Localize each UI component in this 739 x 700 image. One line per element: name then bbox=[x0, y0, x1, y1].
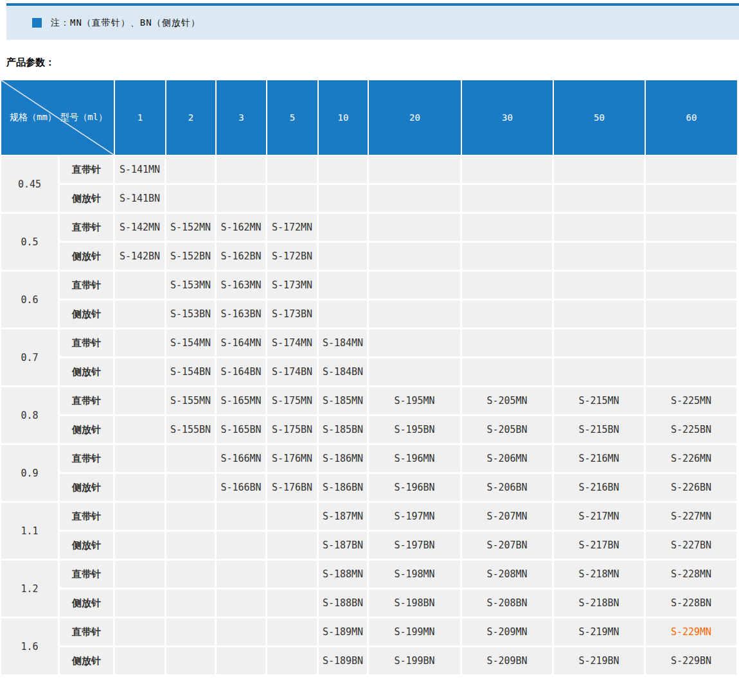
empty-cell bbox=[462, 214, 554, 243]
section-title: 产品参数： bbox=[6, 57, 739, 69]
table-row-0.7-mn: 0.7直带针S-154MNS-164MNS-174MNS-184MN bbox=[1, 329, 738, 358]
model-cell-S-218BN: S-218BN bbox=[554, 590, 646, 618]
empty-cell bbox=[166, 532, 217, 561]
model-cell-S-175BN: S-175BN bbox=[267, 416, 319, 445]
empty-cell bbox=[319, 272, 369, 301]
model-cell-S-215MN: S-215MN bbox=[554, 387, 646, 416]
column-header-10ml: 10 bbox=[319, 80, 369, 156]
type-cell-0.9-mn: 直带针 bbox=[60, 445, 115, 474]
model-cell-S-176BN: S-176BN bbox=[267, 474, 319, 503]
empty-cell bbox=[115, 647, 166, 676]
empty-cell bbox=[462, 272, 554, 301]
model-cell-S-228BN: S-228BN bbox=[646, 590, 738, 618]
model-link-highlighted-S-229MN[interactable]: S-229MN bbox=[646, 618, 738, 647]
empty-cell bbox=[554, 243, 646, 272]
column-header-30ml: 30 bbox=[462, 80, 554, 156]
table-row-1.6-mn: 1.6直带针S-189MNS-199MNS-209MNS-219MNS-229M… bbox=[1, 618, 738, 647]
model-cell-S-184MN: S-184MN bbox=[319, 329, 369, 358]
empty-cell bbox=[166, 474, 217, 503]
model-cell-S-207MN: S-207MN bbox=[462, 503, 554, 532]
model-cell-S-196MN: S-196MN bbox=[369, 445, 462, 474]
type-cell-1.2-mn: 直带针 bbox=[60, 561, 115, 590]
table-row-0.5-bn: 侧放针S-142BNS-152BNS-162BNS-172BN bbox=[1, 243, 738, 272]
model-cell-S-174MN: S-174MN bbox=[267, 329, 319, 358]
model-cell-S-197BN: S-197BN bbox=[369, 532, 462, 561]
empty-cell bbox=[115, 329, 166, 358]
note-bullet-icon bbox=[32, 18, 42, 28]
table-row-0.6-bn: 侧放针S-153BNS-163BNS-173BN bbox=[1, 301, 738, 329]
empty-cell bbox=[369, 156, 462, 185]
empty-cell bbox=[554, 185, 646, 214]
model-cell-S-162MN: S-162MN bbox=[217, 214, 267, 243]
model-cell-S-165MN: S-165MN bbox=[217, 387, 267, 416]
empty-cell bbox=[267, 532, 319, 561]
model-cell-S-217MN: S-217MN bbox=[554, 503, 646, 532]
model-cell-S-152BN: S-152BN bbox=[166, 243, 217, 272]
column-header-3ml: 3 bbox=[217, 80, 267, 156]
model-cell-S-166MN: S-166MN bbox=[217, 445, 267, 474]
table-row-0.5-mn: 0.5直带针S-142MNS-152MNS-162MNS-172MN bbox=[1, 214, 738, 243]
model-cell-S-206BN: S-206BN bbox=[462, 474, 554, 503]
type-cell-0.6-mn: 直带针 bbox=[60, 272, 115, 301]
model-cell-S-141BN: S-141BN bbox=[115, 185, 166, 214]
table-header-row: 规格（mm） 型号（ml） 12351020305060 bbox=[1, 80, 738, 156]
model-cell-S-208BN: S-208BN bbox=[462, 590, 554, 618]
model-cell-S-166BN: S-166BN bbox=[217, 474, 267, 503]
empty-cell bbox=[115, 618, 166, 647]
empty-cell bbox=[646, 156, 738, 185]
model-cell-S-164BN: S-164BN bbox=[217, 358, 267, 387]
model-cell-S-205BN: S-205BN bbox=[462, 416, 554, 445]
model-cell-S-153BN: S-153BN bbox=[166, 301, 217, 329]
empty-cell bbox=[462, 329, 554, 358]
model-cell-S-188BN: S-188BN bbox=[319, 590, 369, 618]
model-cell-S-187MN: S-187MN bbox=[319, 503, 369, 532]
table-row-0.8-bn: 侧放针S-155BNS-165BNS-175BNS-185BNS-195BNS-… bbox=[1, 416, 738, 445]
spec-cell-1.2: 1.2 bbox=[1, 561, 60, 618]
empty-cell bbox=[115, 532, 166, 561]
model-cell-S-219BN: S-219BN bbox=[554, 647, 646, 676]
empty-cell bbox=[115, 416, 166, 445]
model-cell-S-175MN: S-175MN bbox=[267, 387, 319, 416]
column-header-60ml: 60 bbox=[646, 80, 738, 156]
model-cell-S-228MN: S-228MN bbox=[646, 561, 738, 590]
empty-cell bbox=[115, 387, 166, 416]
model-cell-S-197MN: S-197MN bbox=[369, 503, 462, 532]
empty-cell bbox=[319, 156, 369, 185]
type-cell-0.8-mn: 直带针 bbox=[60, 387, 115, 416]
empty-cell bbox=[115, 358, 166, 387]
model-cell-S-218MN: S-218MN bbox=[554, 561, 646, 590]
empty-cell bbox=[646, 243, 738, 272]
spec-cell-1.6: 1.6 bbox=[1, 618, 60, 676]
empty-cell bbox=[554, 214, 646, 243]
empty-cell bbox=[115, 503, 166, 532]
model-cell-S-186BN: S-186BN bbox=[319, 474, 369, 503]
column-header-1ml: 1 bbox=[115, 80, 166, 156]
empty-cell bbox=[115, 301, 166, 329]
model-cell-S-219MN: S-219MN bbox=[554, 618, 646, 647]
column-header-5ml: 5 bbox=[267, 80, 319, 156]
model-cell-S-163MN: S-163MN bbox=[217, 272, 267, 301]
model-cell-S-226MN: S-226MN bbox=[646, 445, 738, 474]
model-cell-S-216MN: S-216MN bbox=[554, 445, 646, 474]
model-cell-S-173MN: S-173MN bbox=[267, 272, 319, 301]
empty-cell bbox=[319, 243, 369, 272]
model-cell-S-152MN: S-152MN bbox=[166, 214, 217, 243]
model-cell-S-176MN: S-176MN bbox=[267, 445, 319, 474]
model-cell-S-198MN: S-198MN bbox=[369, 561, 462, 590]
model-cell-S-172BN: S-172BN bbox=[267, 243, 319, 272]
note-banner: 注：MN（直带针）、BN（侧放针） bbox=[6, 3, 739, 40]
empty-cell bbox=[369, 301, 462, 329]
empty-cell bbox=[166, 185, 217, 214]
table-row-0.9-mn: 0.9直带针S-166MNS-176MNS-186MNS-196MNS-206M… bbox=[1, 445, 738, 474]
table-row-1.6-bn: 侧放针S-189BNS-199BNS-209BNS-219BNS-229BN bbox=[1, 647, 738, 676]
model-cell-S-189MN: S-189MN bbox=[319, 618, 369, 647]
type-cell-0.7-bn: 侧放针 bbox=[60, 358, 115, 387]
corner-header-cell: 规格（mm） 型号（ml） bbox=[1, 80, 115, 156]
type-cell-1.1-bn: 侧放针 bbox=[60, 532, 115, 561]
empty-cell bbox=[115, 272, 166, 301]
empty-cell bbox=[217, 156, 267, 185]
spec-cell-0.5: 0.5 bbox=[1, 214, 60, 272]
model-cell-S-209BN: S-209BN bbox=[462, 647, 554, 676]
empty-cell bbox=[646, 301, 738, 329]
empty-cell bbox=[319, 214, 369, 243]
